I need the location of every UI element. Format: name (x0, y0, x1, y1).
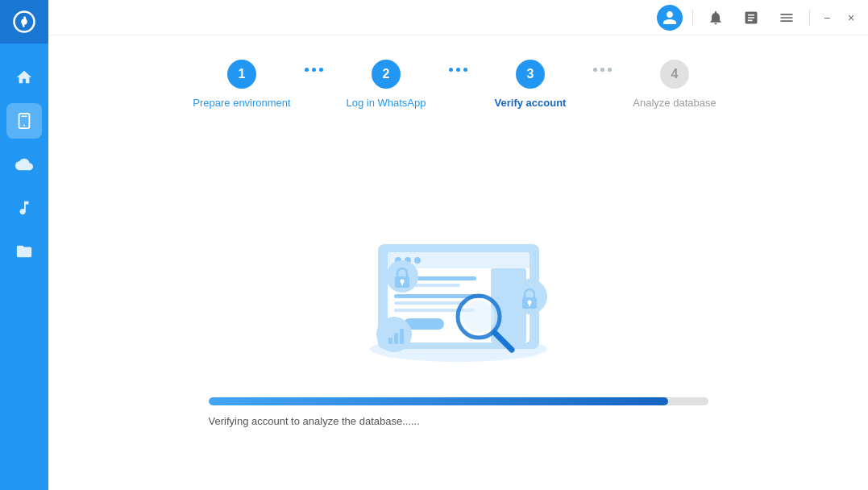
svg-point-3 (23, 125, 25, 127)
svg-rect-35 (394, 333, 398, 344)
logo-icon (12, 10, 36, 34)
sidebar-item-home[interactable] (6, 60, 42, 95)
step-4-circle: 4 (660, 60, 689, 89)
svg-rect-17 (412, 284, 460, 287)
step-3-circle: 3 (516, 60, 545, 89)
svg-rect-4 (21, 116, 27, 117)
notes-icon[interactable] (738, 5, 764, 31)
illustration (322, 180, 596, 373)
step-1: 1 Prepare environment (185, 60, 298, 109)
step-2-circle: 2 (372, 60, 401, 89)
home-icon (15, 69, 33, 86)
titlebar-divider2 (809, 10, 810, 26)
svg-point-1 (21, 19, 27, 25)
step-1-circle: 1 (227, 60, 256, 89)
avatar-icon (662, 10, 678, 26)
main-content: − × 1 Prepare environment 2 Log in Whats… (48, 0, 868, 490)
dots-3-4 (593, 60, 612, 72)
bell-icon[interactable] (703, 5, 729, 31)
titlebar: − × (48, 0, 868, 35)
sidebar-item-music[interactable] (6, 190, 42, 226)
close-button[interactable]: × (844, 10, 858, 25)
progress-section: Verifying account to analyze the databas… (209, 397, 708, 435)
svg-rect-28 (529, 303, 530, 306)
svg-rect-32 (401, 282, 403, 285)
titlebar-divider (692, 10, 693, 26)
svg-point-25 (512, 279, 547, 314)
dots-2-3 (449, 60, 467, 72)
progress-status-text: Verifying account to analyze the databas… (209, 415, 708, 427)
step-2: 2 Log in WhatsApp (330, 60, 442, 109)
steps-container: 1 Prepare environment 2 Log in WhatsApp … (48, 35, 868, 125)
cloud-icon (15, 156, 33, 173)
phone-icon (15, 112, 33, 130)
illustration-area: Verifying account to analyze the databas… (48, 125, 868, 490)
sidebar (0, 0, 48, 490)
svg-rect-2 (19, 114, 30, 128)
sidebar-item-folder[interactable] (6, 234, 42, 269)
svg-rect-16 (412, 276, 476, 280)
menu-icon[interactable] (774, 5, 799, 31)
folder-icon (15, 243, 33, 260)
svg-rect-36 (400, 329, 404, 344)
illustration-svg (322, 180, 596, 373)
user-avatar[interactable] (657, 5, 683, 31)
step-2-label: Log in WhatsApp (346, 97, 426, 109)
sidebar-item-cloud[interactable] (6, 147, 42, 182)
svg-rect-34 (388, 338, 392, 344)
step-1-label: Prepare environment (193, 97, 290, 109)
sidebar-nav (6, 44, 42, 490)
progress-bar-fill (209, 397, 668, 405)
progress-bar-container (209, 397, 708, 405)
music-icon (15, 199, 33, 217)
step-4: 4 Analyze database (618, 60, 731, 109)
step-3-label: Verify account (495, 97, 567, 109)
titlebar-actions: − × (657, 5, 858, 31)
svg-point-23 (463, 301, 495, 333)
minimize-button[interactable]: − (820, 10, 834, 25)
app-logo[interactable] (0, 0, 48, 44)
step-3: 3 Verify account (474, 60, 587, 109)
svg-point-13 (414, 257, 421, 264)
step-4-label: Analyze database (633, 97, 716, 109)
svg-rect-19 (394, 301, 467, 305)
svg-rect-20 (394, 309, 475, 312)
dots-1-2 (305, 60, 323, 72)
sidebar-item-device[interactable] (6, 103, 42, 139)
